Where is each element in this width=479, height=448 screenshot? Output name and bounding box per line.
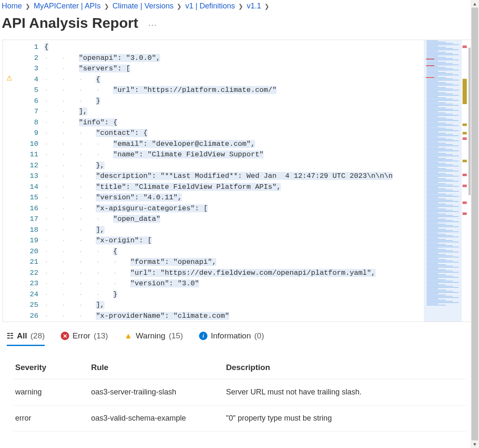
issues-table: Severity Rule Description warningoas3-se… (13, 359, 466, 432)
tab-count: (0) (254, 331, 264, 341)
tab-count: (28) (30, 331, 45, 341)
page-scrollbar[interactable]: ▲ ▼ (471, 0, 479, 448)
table-row[interactable]: erroroas3-valid-schema-example"0" proper… (13, 405, 466, 432)
editor-overview-ruler[interactable] (462, 40, 468, 322)
chevron-right-icon: ❯ (104, 3, 109, 10)
scroll-up-icon[interactable]: ▲ (471, 0, 479, 8)
chevron-right-icon: ❯ (264, 3, 269, 10)
scrollbar-thumb[interactable] (471, 8, 478, 440)
info-icon: i (199, 332, 207, 340)
breadcrumb-link[interactable]: v1 | Definitions (185, 2, 235, 11)
cell-rule: oas3-server-trailing-slash (89, 379, 224, 405)
breadcrumb-link[interactable]: v1.1 (247, 2, 261, 11)
tab-all[interactable]: ☷ All (28) (7, 331, 45, 346)
editor-content[interactable]: {· · "openapi": "3.0.0",· · "servers": [… (44, 40, 424, 322)
code-editor[interactable]: ⚠ 12345678910111213141516171819202122232… (3, 40, 476, 322)
warning-icon[interactable]: ⚠ (6, 74, 12, 82)
tab-label: Information (211, 331, 251, 341)
page-title: API Analysis Report (2, 15, 138, 31)
chevron-right-icon: ❯ (238, 3, 243, 10)
cell-description: Server URL must not have trailing slash. (224, 379, 466, 405)
scroll-down-icon[interactable]: ▼ (471, 440, 479, 448)
breadcrumb-link[interactable]: Home (2, 2, 22, 11)
editor-glyph-margin: ⚠ (3, 40, 16, 322)
tab-information[interactable]: i Information (0) (199, 331, 264, 346)
cell-severity: warning (13, 379, 89, 405)
table-row[interactable]: warningoas3-server-trailing-slashServer … (13, 379, 466, 405)
tab-label: All (17, 331, 27, 341)
breadcrumb-link[interactable]: MyAPICenter | APIs (34, 2, 101, 11)
tab-label: Warning (136, 331, 165, 341)
tab-label: Error (73, 331, 90, 341)
cell-description: "0" property type must be string (224, 405, 466, 432)
tab-count: (13) (94, 331, 108, 341)
editor-line-numbers: 1234567891011121314151617181920212223242… (16, 40, 44, 322)
column-header-description[interactable]: Description (224, 359, 466, 379)
chevron-right-icon: ❯ (25, 3, 30, 10)
issue-filter-tabs: ☷ All (28) ✕ Error (13) ▲ Warning (15) i… (7, 331, 476, 346)
list-icon: ☷ (7, 332, 13, 340)
tab-count: (15) (169, 331, 183, 341)
more-actions-button[interactable]: ··· (148, 16, 157, 30)
tab-error[interactable]: ✕ Error (13) (61, 331, 108, 346)
error-icon: ✕ (61, 332, 69, 340)
warning-icon: ▲ (124, 332, 132, 340)
cell-severity: error (13, 405, 89, 432)
cell-rule: oas3-valid-schema-example (89, 405, 224, 432)
column-header-severity[interactable]: Severity (13, 359, 89, 379)
breadcrumb-link[interactable]: Climate | Versions (113, 2, 174, 11)
tab-warning[interactable]: ▲ Warning (15) (124, 331, 183, 346)
breadcrumb: Home ❯ MyAPICenter | APIs ❯ Climate | Ve… (0, 0, 479, 13)
column-header-rule[interactable]: Rule (89, 359, 224, 379)
chevron-right-icon: ❯ (177, 3, 182, 10)
editor-minimap[interactable] (424, 40, 462, 322)
